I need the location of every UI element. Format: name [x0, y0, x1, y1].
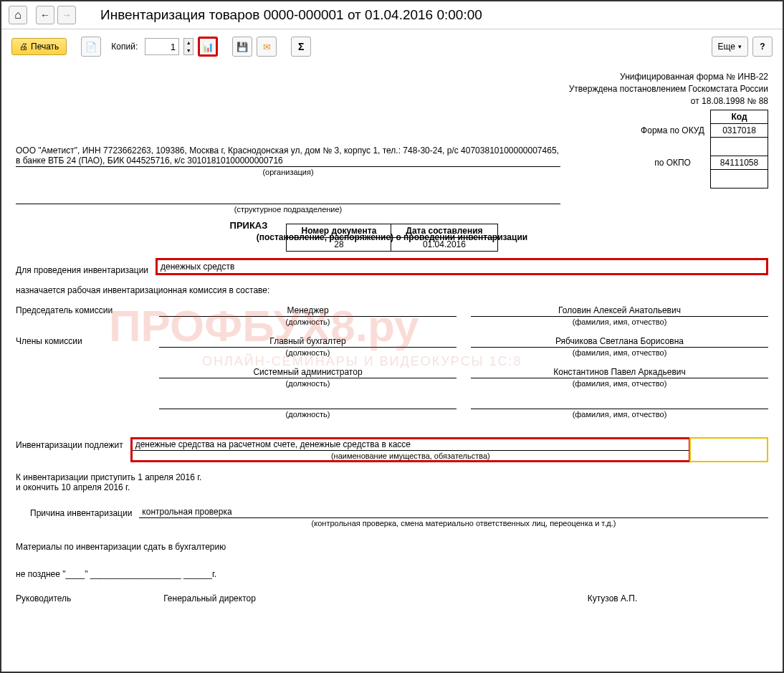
okpo-label: по ОКПО — [635, 156, 710, 170]
more-button[interactable]: Еще — [712, 37, 748, 57]
deadline-line: не позднее "____" ___________________ __… — [16, 569, 768, 579]
printer-icon — [19, 42, 28, 52]
copies-spinner[interactable]: ▲▼ — [183, 38, 193, 55]
members-label: Члены комиссии — [16, 336, 145, 357]
member2-pos: Системный администратор — [159, 367, 456, 378]
preview-button[interactable] — [81, 37, 101, 57]
member1-pos: Главный бухгалтер — [159, 336, 456, 348]
reason-value: контрольная проверка — [139, 507, 768, 518]
subject-label: Инвентаризации подлежит — [16, 437, 123, 450]
copies-input[interactable] — [145, 38, 179, 55]
start-line: К инвентаризации приступить 1 апреля 201… — [16, 472, 768, 482]
export-icon — [202, 42, 214, 52]
reason-sub: (контрольная проверка, смена материально… — [159, 519, 768, 528]
commission-intro: назначается рабочая инвентаризационная к… — [16, 285, 768, 295]
okpo-value: 84111058 — [711, 156, 768, 170]
head-label: Руководитель — [16, 593, 102, 603]
mail-icon — [263, 42, 271, 52]
chairman-name: Головин Алексей Анатольевич — [471, 305, 768, 317]
back-icon — [40, 9, 50, 21]
spinner-up[interactable]: ▲ — [184, 39, 193, 47]
chairman-pos: Менеджер — [159, 305, 456, 317]
forward-button — [57, 6, 76, 24]
form-ref-2: Утверждена постановлением Госкомстата Ро… — [16, 83, 768, 95]
reason-label: Причина инвентаризации — [30, 508, 132, 518]
home-button[interactable] — [9, 6, 27, 24]
end-line: и окончить 10 апреля 2016 г. — [16, 482, 768, 492]
form-ref-1: Унифицированная форма № ИНВ-22 — [16, 71, 768, 83]
help-icon — [760, 42, 765, 52]
forward-icon — [62, 9, 72, 21]
org-sub: (организация) — [16, 168, 560, 176]
sum-button[interactable] — [291, 37, 311, 57]
back-button[interactable] — [36, 6, 54, 24]
subject-value: денежные средства на расчетном счете, де… — [133, 439, 689, 451]
order-subtitle: (постановление, распоряжение) о проведен… — [16, 232, 768, 242]
export-button[interactable] — [198, 37, 218, 57]
window-title: Инвентаризация товаров 0000-000001 от 01… — [100, 7, 482, 23]
head-name: Кутузов А.П. — [456, 593, 768, 603]
save-icon — [236, 42, 248, 52]
order-title: ПРИКАЗ — [1, 220, 768, 231]
head-pos: Генеральный директор — [116, 593, 303, 603]
code-header: Код — [711, 110, 768, 124]
spinner-down[interactable]: ▼ — [184, 47, 193, 54]
chairman-label: Председатель комиссии — [16, 305, 145, 326]
print-button[interactable]: Печать — [11, 38, 67, 55]
save-button[interactable] — [232, 37, 252, 57]
inv-for-label: Для проведения инвентаризации — [16, 265, 148, 275]
member2-name: Константинов Павел Аркадьевич — [471, 367, 768, 378]
member1-name: Рябчикова Светлана Борисовна — [471, 336, 768, 348]
code-table: Код Форма по ОКУД0317018 по ОКПО84111058 — [635, 110, 768, 188]
okud-label: Форма по ОКУД — [635, 124, 710, 138]
okud-value: 0317018 — [711, 124, 768, 138]
mail-button[interactable] — [257, 37, 277, 57]
form-ref-3: от 18.08.1998 № 88 — [16, 95, 768, 108]
preview-icon — [85, 42, 97, 52]
document-viewport[interactable]: ПРОФБУХ8.ру ОНЛАЙН-СЕМИНАРЫ И ВИДЕОКУРСЫ… — [1, 64, 783, 662]
help-button[interactable] — [752, 37, 773, 57]
copies-label: Копий: — [111, 42, 138, 52]
home-icon — [14, 9, 21, 22]
materials-line: Материалы по инвентаризации сдать в бухг… — [16, 542, 768, 552]
org-text: ООО "Аметист", ИНН 7723662263, 109386, М… — [16, 145, 560, 167]
inv-for-value: денежных средств — [156, 258, 768, 275]
sum-icon — [298, 41, 304, 52]
subject-sub: (наименование имущества, обязательства) — [133, 452, 689, 460]
unit-sub: (структурное подразделение) — [16, 205, 560, 214]
